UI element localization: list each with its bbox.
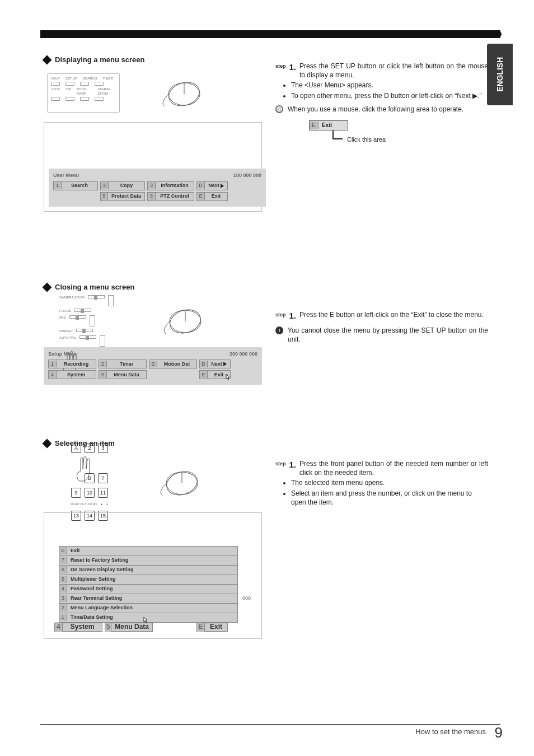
mouse-icon [157,466,202,498]
section-closing-left: Closing a menu screen CAMERA ZOOM FOCUS … [44,282,262,385]
section-closing-right: step 1. Press the E button or left-click… [275,310,488,344]
menu-item[interactable]: 4System [54,623,102,632]
menu-item[interactable]: EExit [59,546,238,556]
menu-item[interactable]: 6On Screen Display Setting [59,565,238,575]
menu-item[interactable]: 1Time/Date Setting [59,613,238,623]
menu-item[interactable]: 3Rear Terminal Setting 000 [59,594,238,604]
menu-item[interactable]: 2Copy [100,181,145,190]
warning-icon: ! [275,326,283,334]
keypad-sketch: A23 B7 91011 M-DET OUT ON/OFF■▲ 131415 [56,443,123,521]
step-text: Press the front panel button of the need… [299,459,488,477]
menu-item[interactable]: 1Search [53,181,98,190]
popup-code: 000 [242,595,251,601]
click-area-label: Click this area [347,136,386,144]
footer-text: How to set the menus [415,727,486,737]
exit-click-diagram: E Exit Click this area [309,120,421,148]
next-icon [221,184,224,188]
step-bullets: The selected item menu opens. Select an … [291,478,488,507]
cascading-menu-box: EExit 7Reset to Factory Setting 6On Scre… [44,512,262,639]
step-number: 1. [289,62,297,80]
hand-icon [73,454,95,484]
info-icon: ◎ [275,105,283,113]
menu-item[interactable]: 4System [48,370,96,379]
menu-item[interactable]: 4Password Setting [59,584,238,594]
user-menu-panel: User Menu 100 000 000 1Search 2Copy 3Inf… [49,169,266,206]
menu-item-next[interactable]: DNext [196,181,228,190]
menu-item-exit[interactable]: EExit [196,623,228,632]
footer-rule [40,724,500,725]
diamond-icon [43,55,52,64]
section2-title: Closing a menu screen [55,282,134,292]
menu-item[interactable]: 3Information [147,181,194,190]
next-icon [223,362,227,366]
close-note: You cannot close the menu by pressing th… [288,326,488,344]
section-displaying-right: step 1. Press the SET UP button or click… [275,62,488,148]
menu-item[interactable]: 2Timer [99,360,147,368]
step-text: Press the E button or left-click on the … [299,310,488,321]
diamond-icon [43,438,52,448]
menu-item[interactable]: 6PTZ Control [147,192,194,201]
exit-chip[interactable]: E Exit [309,120,348,130]
language-tab: ENGLISH [487,44,513,105]
step-text: Press the SET UP button or click the lef… [299,62,488,80]
menu-item-exit[interactable]: EExit [196,192,228,201]
setup-menu-title: Setup Menu [48,351,77,357]
menu-item[interactable]: 3Motion Det [149,360,197,368]
menu-item[interactable]: 5Protect Data [100,192,145,201]
step-number: 1. [289,459,297,477]
blank-screen-box: User Menu 100 000 000 1Search 2Copy 3Inf… [44,122,262,212]
user-menu-code: 100 000 000 [233,172,261,179]
illustration-keypad-mouse: A23 B7 91011 M-DET OUT ON/OFF■▲ 131415 [44,453,262,503]
menu-stack: EExit 7Reset to Factory Setting 6On Scre… [59,546,238,632]
step-bullets: The <User Menu> appears. To open other m… [291,81,488,100]
menu-item[interactable]: 1Recording [48,360,96,368]
diamond-icon [43,282,52,292]
menu-item[interactable]: 5Multiplexer Setting [59,575,238,585]
header-bar [40,30,500,38]
mouse-icon [160,305,205,336]
section1-title: Displaying a menu screen [55,55,144,65]
remote-control-sketch: HELP SET UP SEARCH TIMER LOCK TRI BOOK M… [47,73,120,113]
ptz-control-sketch: CAMERA ZOOM FOCUS IRIS PRESET AUTO PAN [59,295,132,346]
user-menu-title: User Menu [53,172,79,179]
setup-menu-panel: Setup Menu 200 000 000 1Recording 2Timer… [44,347,262,385]
section-displaying-left: Displaying a menu screen HELP SET UP SEA… [44,55,262,212]
step-label: step [275,310,286,321]
menu-item-exit[interactable]: EExit [199,370,231,379]
menu-item[interactable]: 5Menu Data [105,623,153,632]
section-selecting-right: step 1. Press the front panel button of … [275,459,488,510]
cursor-icon [226,374,231,380]
illustration-controls-mouse: CAMERA ZOOM FOCUS IRIS PRESET AUTO PAN [44,297,262,347]
section-selecting-left: Selecting an item A23 B7 91011 M-DET OUT… [44,438,262,639]
menu-item-next[interactable]: DNext [199,360,231,368]
setup-menu-code: 200 000 000 [229,351,257,357]
page-number: 9 [495,723,503,743]
step-label: step [275,459,286,477]
menu-item[interactable]: 5Menu Data [99,370,147,379]
cursor-icon [143,617,149,623]
menu-item[interactable]: 7Reset to Factory Setting [59,556,238,566]
mouse-icon [159,77,204,109]
step-label: step [275,62,286,80]
illustration-remote-mouse: HELP SET UP SEARCH TIMER LOCK TRI BOOK M… [44,69,262,120]
menu-item[interactable]: 2Menu Language Selection [59,603,238,613]
step-number: 1. [289,310,297,321]
mouse-note: When you use a mouse, click the followin… [288,105,488,114]
